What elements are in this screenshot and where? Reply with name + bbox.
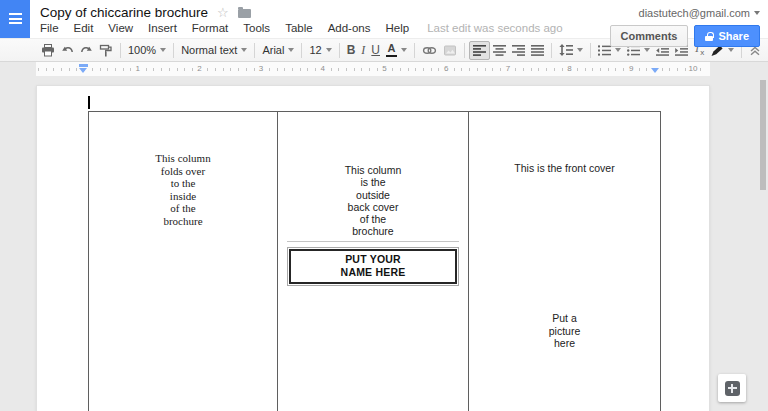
menu-item-table[interactable]: Table [285,22,313,34]
name-box[interactable]: PUT YOUR NAME HERE [287,247,459,286]
brochure-table: This column folds over to the inside of … [88,111,661,411]
underline-button[interactable]: U [368,41,383,60]
picture-placeholder-text[interactable]: Put a picture here [469,312,660,349]
folder-icon[interactable] [238,9,251,18]
chevron-down-icon [728,48,734,52]
align-center-button[interactable] [490,41,509,60]
share-label: Share [718,30,749,42]
app-header: Copy of chiccarine brochure ☆ FileEditVi… [0,0,768,38]
toolbar-separator [120,43,121,58]
table-cell-front-cover[interactable]: This is the front cover Put a picture he… [468,112,660,411]
redo-button[interactable] [77,41,96,60]
share-button[interactable]: Share [694,25,760,47]
inside-fold-text[interactable]: This column folds over to the inside of … [89,112,277,227]
toolbar-separator [590,43,591,58]
comments-button[interactable]: Comments [610,25,689,47]
right-margin-marker[interactable] [651,68,659,73]
menu-item-file[interactable]: File [40,22,59,34]
chevron-down-icon [577,48,583,52]
back-cover-text[interactable]: This column is the outside back cover of… [278,112,468,238]
comments-label: Comments [621,30,678,42]
redo-icon [80,44,93,56]
zoom-select[interactable]: 100% [125,41,169,60]
menu-item-addons[interactable]: Add-ons [328,22,371,34]
bold-icon: B [347,43,356,57]
left-margin-marker[interactable] [79,68,87,73]
menu-item-tools[interactable]: Tools [243,22,270,34]
underline-icon: U [371,43,380,57]
paint-roller-icon [99,44,113,57]
toolbar-separator [414,43,415,58]
toolbar-separator [464,43,465,58]
menu-bar: FileEditViewInsertFormatToolsTableAdd-on… [40,22,409,34]
text-cursor [88,96,90,109]
docs-home-icon[interactable] [0,0,30,38]
paint-format-button[interactable] [96,41,116,60]
ruler-number: 1 [133,64,141,73]
ruler-number: 6 [442,64,450,73]
menu-item-edit[interactable]: Edit [74,22,94,34]
last-edit-status[interactable]: Last edit was seconds ago [427,22,563,34]
justify-button[interactable] [528,41,547,60]
font-value: Arial [262,44,284,56]
menu-item-help[interactable]: Help [385,22,409,34]
zoom-value: 100% [128,44,156,56]
link-icon [422,44,437,57]
print-button[interactable] [38,41,58,60]
front-cover-text[interactable]: This is the front cover [469,112,660,174]
ruler-strip: 12345678910 [36,62,710,76]
star-icon[interactable]: ☆ [217,6,229,19]
first-line-indent-marker[interactable] [79,64,88,67]
align-left-icon [473,45,486,56]
lock-icon [705,32,713,41]
line-spacing-button[interactable] [556,41,586,60]
style-select[interactable]: Normal text [178,41,250,60]
doc-title[interactable]: Copy of chiccarine brochure [40,5,208,20]
ruler-number: 5 [380,64,388,73]
docs-lines-icon [9,13,22,26]
insert-image-button[interactable] [440,41,460,60]
menu-item-insert[interactable]: Insert [148,22,177,34]
chevron-down-icon [644,48,650,52]
menu-item-format[interactable]: Format [192,22,228,34]
ruler: 12345678910 [0,62,768,76]
document-area: This column folds over to the inside of … [0,76,768,411]
chevron-down-icon [326,48,332,52]
toolbar-separator [551,43,552,58]
toolbar-separator [254,43,255,58]
align-right-icon [512,45,525,56]
font-size-select[interactable]: 12 [306,41,334,60]
undo-icon [61,44,74,56]
page[interactable]: This column folds over to the inside of … [36,85,710,411]
ruler-number: 8 [565,64,573,73]
justify-icon [531,45,544,56]
table-cell-back-cover[interactable]: This column is the outside back cover of… [277,112,468,411]
italic-button[interactable]: I [358,41,368,60]
account-email: diastutech@gmail.com [639,7,750,19]
font-select[interactable]: Arial [259,41,297,60]
ruler-number: 7 [504,64,512,73]
chevron-down-icon [288,48,294,52]
insert-link-button[interactable] [419,41,440,60]
scrollbar-thumb[interactable] [760,80,766,190]
ruler-number: 2 [195,64,203,73]
menu-item-view[interactable]: View [108,22,133,34]
bold-button[interactable]: B [344,41,359,60]
italic-icon: I [361,43,365,58]
toolbar-separator [339,43,340,58]
align-left-button[interactable] [469,41,490,60]
name-box-text[interactable]: PUT YOUR NAME HERE [289,249,457,284]
undo-button[interactable] [58,41,77,60]
account-menu[interactable]: diastutech@gmail.com [639,7,760,19]
chevron-down-icon [241,48,247,52]
chevron-down-icon [615,48,621,52]
toolbar-separator [301,43,302,58]
align-center-icon [493,45,506,56]
ruler-number: 3 [257,64,265,73]
text-color-button[interactable]: A [383,41,410,60]
chevron-down-icon [401,48,407,52]
divider [287,241,459,242]
table-cell-inside-fold[interactable]: This column folds over to the inside of … [89,112,277,411]
explore-button[interactable] [718,374,746,402]
align-right-button[interactable] [509,41,528,60]
